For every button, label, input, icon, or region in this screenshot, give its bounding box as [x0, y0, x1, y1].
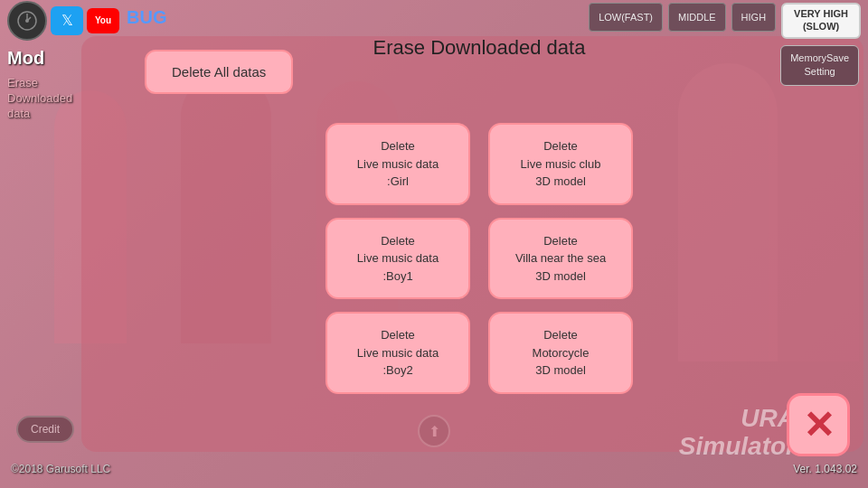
delete-live-music-boy2-button[interactable]: DeleteLive music data:Boy2: [326, 312, 470, 394]
bug-label: BUG: [127, 7, 166, 28]
mod-label: Mod: [7, 48, 83, 69]
secure-badge: [7, 1, 47, 41]
svg-point-1: [25, 19, 29, 23]
twitter-button[interactable]: 𝕏: [51, 6, 83, 35]
version-text: Ver. 1.043.02: [793, 463, 857, 475]
delete-motorcycle-button[interactable]: DeleteMotorcycle3D model: [488, 312, 633, 394]
sidebar: Mod EraseDownloadeddata: [0, 41, 90, 129]
erase-downloaded-label: EraseDownloadeddata: [7, 76, 83, 122]
close-button[interactable]: ✕: [787, 393, 850, 456]
delete-live-music-girl-button[interactable]: DeleteLive music data:Girl: [326, 123, 470, 205]
delete-villa-button[interactable]: DeleteVilla near the sea3D model: [488, 218, 633, 300]
delete-live-music-boy1-button[interactable]: DeleteLive music data:Boy1: [326, 218, 470, 300]
copyright-text: ©2018 Garusoft LLC: [11, 463, 110, 475]
delete-buttons-grid: DeleteLive music data:Girl DeleteLive mu…: [326, 116, 633, 394]
delete-grid: DeleteLive music data:Girl DeleteLive mu…: [326, 123, 633, 394]
delete-live-music-club-button[interactable]: DeleteLive music club3D model: [488, 123, 633, 205]
modal: Erase Downloaded data DeleteLive music d…: [99, 27, 859, 456]
modal-title: Erase Downloaded data: [373, 36, 586, 60]
